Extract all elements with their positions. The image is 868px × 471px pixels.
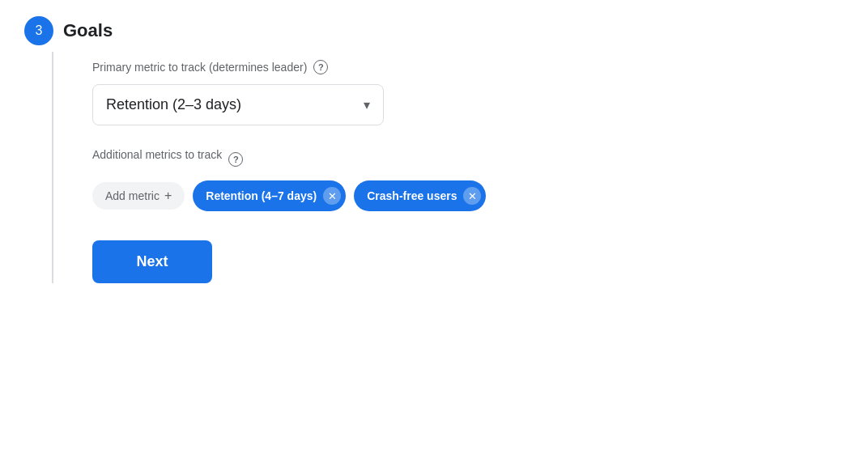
add-metric-label: Add metric [105, 189, 160, 202]
step-title: Goals [63, 22, 113, 40]
next-button[interactable]: Next [92, 240, 212, 283]
content-section: Primary metric to track (determines lead… [92, 60, 486, 283]
crash-free-chip-label: Crash-free users [367, 189, 457, 202]
step-border-line [52, 52, 53, 283]
primary-metric-help-icon[interactable]: ? [313, 60, 328, 74]
plus-icon: + [164, 189, 172, 203]
retention-chip-label: Retention (4–7 days) [206, 189, 317, 202]
additional-metrics-header: Additional metrics to track ? [92, 148, 486, 171]
metrics-row: Add metric + Retention (4–7 days) ✕ Cras… [92, 180, 486, 211]
add-metric-button[interactable]: Add metric + [92, 182, 185, 210]
primary-metric-header: Primary metric to track (determines lead… [92, 60, 486, 74]
chevron-down-icon: ▾ [364, 97, 370, 112]
additional-metrics-label: Additional metrics to track [92, 148, 222, 161]
step-number: 3 [24, 16, 53, 45]
retention-chip-remove-button[interactable]: ✕ [323, 187, 341, 205]
primary-metric-label: Primary metric to track (determines lead… [92, 61, 307, 74]
step-header: 3 Goals [24, 16, 113, 45]
crash-free-chip: Crash-free users ✕ [354, 180, 486, 211]
page-container: 3 Goals Primary metric to track (determi… [24, 16, 844, 283]
additional-metrics-help-icon[interactable]: ? [228, 152, 243, 167]
primary-metric-dropdown[interactable]: Retention (2–3 days) ▾ [92, 84, 384, 125]
crash-free-chip-remove-button[interactable]: ✕ [463, 187, 481, 205]
retention-chip: Retention (4–7 days) ✕ [193, 180, 346, 211]
dropdown-value: Retention (2–3 days) [106, 96, 241, 113]
